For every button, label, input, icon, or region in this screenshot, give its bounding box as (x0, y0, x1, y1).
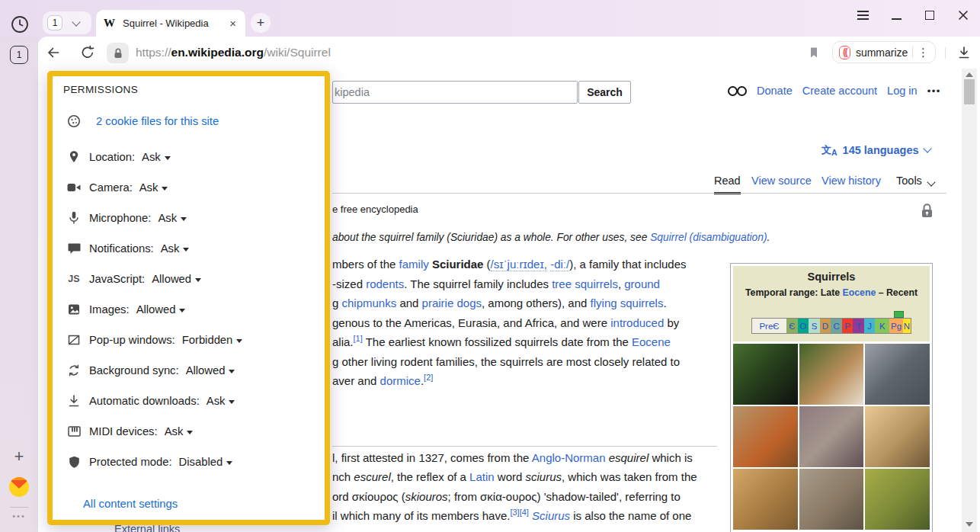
toolbar-divider (945, 47, 946, 59)
reload-button[interactable] (80, 45, 95, 60)
tab-tools[interactable]: Tools (896, 175, 922, 192)
scroll-up-arrow-icon[interactable] (966, 72, 973, 77)
bookmark-button[interactable] (806, 45, 821, 60)
taxobox: Squirrels Temporal range: Late Eocene – … (730, 263, 933, 532)
summarize-label: summarize (856, 46, 908, 59)
history-clock-icon[interactable] (10, 14, 30, 34)
site-security-button[interactable] (107, 43, 129, 63)
summarize-more-button[interactable]: ⋮ (918, 46, 929, 59)
browser-menu-button[interactable] (855, 8, 870, 23)
midi-permission-dropdown[interactable]: Ask (165, 425, 194, 437)
maximize-button[interactable] (922, 8, 937, 23)
back-arrow-icon (46, 45, 61, 60)
tab-squirrel-wikipedia[interactable]: W Squirrel - Wikipedia × (96, 10, 245, 37)
popups-permission-dropdown[interactable]: Forbidden (182, 334, 243, 346)
javascript-permission-dropdown[interactable]: Allowed (152, 273, 201, 285)
permissions-title: PERMISSIONS (63, 84, 138, 95)
sidebar-add-button[interactable]: + (0, 447, 38, 466)
url-host: en.wikipedia.org (171, 46, 264, 59)
login-link[interactable]: Log in (887, 85, 918, 97)
permission-row-popups: Pop-up windows: Forbidden (67, 325, 311, 355)
squirrel-photo (799, 344, 864, 405)
permission-row-midi: MIDI devices: Ask (67, 416, 311, 447)
create-account-link[interactable]: Create account (802, 85, 877, 97)
languages-button[interactable]: 文A 145 languages (821, 143, 930, 157)
timeline-segment: O (798, 319, 809, 333)
section-divider (332, 446, 717, 447)
permission-row-location: Location: Ask (67, 142, 311, 172)
scroll-down-arrow-icon[interactable] (966, 522, 973, 527)
microphone-permission-dropdown[interactable]: Ask (158, 212, 187, 224)
download-icon (956, 45, 972, 60)
location-permission-dropdown[interactable]: Ask (142, 151, 171, 163)
tab-group-button[interactable]: 1 (43, 11, 91, 34)
notifications-permission-dropdown[interactable]: Ask (161, 242, 190, 255)
article-line: il which many of its members have.[3][4]… (332, 509, 691, 522)
appearance-glasses-icon[interactable] (728, 86, 747, 96)
geologic-timeline: PreЄЄOSDCPTJKPgN (751, 318, 911, 334)
sidebar-tab-count-button[interactable]: 1 (10, 46, 28, 64)
permissions-panel: PERMISSIONS 2 cookie files for this site… (47, 71, 330, 525)
sidebar-divider (10, 507, 28, 508)
search-button[interactable]: Search (578, 81, 631, 104)
reload-icon (80, 45, 95, 60)
timeline-segment: PreЄ (752, 319, 786, 333)
timeline-segment: K (875, 319, 889, 333)
tab-group-count-badge: 1 (47, 15, 62, 30)
url-path: /wiki/Squirrel (264, 46, 331, 59)
close-window-button[interactable] (956, 8, 971, 23)
timeline-segment: Pg (889, 319, 902, 333)
taxobox-header: Squirrels Temporal range: Late Eocene – … (733, 266, 930, 341)
tab-view-history[interactable]: View history (821, 175, 881, 192)
user-menu-dots[interactable]: ••• (927, 85, 941, 97)
permission-row-javascript: JS JavaScript: Allowed (67, 264, 311, 294)
search-input[interactable]: kipedia (332, 81, 578, 104)
new-tab-button[interactable]: + (251, 13, 271, 33)
tab-view-source[interactable]: View source (751, 175, 812, 192)
protected-mode-permission-dropdown[interactable]: Disabled (179, 456, 233, 468)
minimize-icon (892, 18, 902, 20)
yandex-mail-icon[interactable] (9, 477, 29, 497)
quote-bubble-icon: (( (839, 46, 850, 59)
all-content-settings-link[interactable]: All content settings (83, 498, 178, 510)
downloads-button[interactable] (956, 45, 972, 60)
minimize-button[interactable] (889, 8, 904, 23)
page-scrollbar[interactable] (962, 69, 977, 532)
squirrel-photo (865, 344, 930, 405)
search-input-text: kipedia (335, 86, 370, 98)
background-sync-permission-dropdown[interactable]: Allowed (186, 364, 235, 377)
chevron-down-icon (72, 18, 80, 26)
article-line: nch escurel, the reflex of a Latin word … (332, 470, 697, 483)
languages-label: 145 languages (843, 144, 919, 156)
back-button[interactable] (46, 45, 61, 60)
cookie-files-link[interactable]: 2 cookie files for this site (96, 115, 219, 127)
article-line: mbers of the family Sciuridae (/sɪˈjuːrɪ… (332, 258, 687, 271)
permission-row-protected-mode: Protected mode: Disabled (67, 447, 311, 477)
tab-close-icon[interactable]: × (228, 17, 238, 30)
permission-row-images: Images: Allowed (67, 294, 311, 325)
caret-down-icon (195, 278, 201, 282)
sidebar-more-button[interactable]: ••• (0, 511, 38, 521)
images-permission-dropdown[interactable]: Allowed (136, 303, 186, 316)
tab-read[interactable]: Read (714, 175, 741, 194)
camera-permission-dropdown[interactable]: Ask (139, 181, 168, 194)
caret-down-icon (226, 461, 232, 465)
donate-link[interactable]: Donate (757, 85, 793, 97)
bookmark-icon (807, 46, 821, 59)
squirrel-photo (799, 406, 864, 467)
squirrel-photo (733, 469, 798, 530)
tools-chevron-icon[interactable] (927, 178, 935, 186)
address-toolbar: https://en.wikipedia.org/wiki/Squirrel (… (38, 37, 980, 69)
caret-down-icon (181, 217, 187, 221)
article-line: aver and dormice.[2] (332, 374, 433, 387)
hatnote: about the squirrel family (Sciuridae) as… (332, 232, 770, 243)
page-protection-lock-icon (920, 203, 934, 219)
address-url[interactable]: https://en.wikipedia.org/wiki/Squirrel (136, 37, 331, 69)
summarize-pill[interactable]: (( summarize ⋮ (832, 41, 936, 63)
automatic-downloads-permission-dropdown[interactable]: Ask (207, 395, 235, 407)
taxobox-title: Squirrels (736, 271, 927, 283)
wikipedia-favicon: W (104, 17, 115, 30)
scrollbar-thumb[interactable] (964, 79, 975, 104)
caret-down-icon (187, 431, 193, 434)
images-icon (67, 303, 81, 316)
